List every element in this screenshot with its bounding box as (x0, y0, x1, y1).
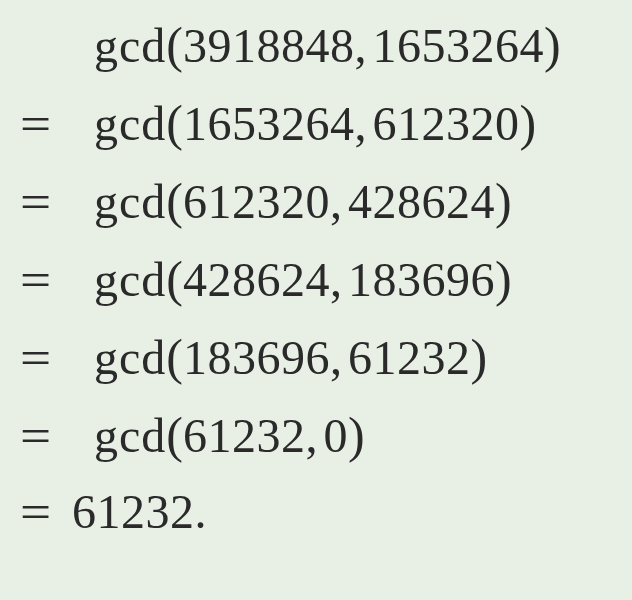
eq-col: = (20, 334, 94, 382)
comma: , (354, 22, 366, 70)
fn-name: gcd (94, 100, 166, 148)
equals-sign: = (20, 178, 49, 226)
eq-col-blank (20, 22, 94, 70)
close-paren: ) (470, 332, 487, 382)
arg-b: 183696 (348, 256, 495, 304)
open-paren: ( (166, 20, 183, 70)
close-paren: ) (544, 20, 561, 70)
eq-col: = (20, 178, 94, 226)
gcd-line-4: = gcd ( 183696 , 61232 ) (20, 332, 612, 382)
fn-name: gcd (94, 178, 166, 226)
arg-a: 183696 (183, 334, 330, 382)
gcd-line-1: = gcd ( 1653264 , 612320 ) (20, 98, 612, 148)
open-paren: ( (166, 332, 183, 382)
arg-a: 428624 (183, 256, 330, 304)
equals-sign: = (20, 256, 49, 304)
comma: , (305, 412, 317, 460)
arg-a: 3918848 (183, 22, 355, 70)
arg-b: 61232 (348, 334, 471, 382)
gcd-line-3: = gcd ( 428624 , 183696 ) (20, 254, 612, 304)
open-paren: ( (166, 254, 183, 304)
gcd-result-line: = 61232 . (20, 488, 612, 536)
equals-sign: = (20, 488, 49, 536)
comma: , (330, 178, 342, 226)
period: . (195, 488, 207, 536)
result-value: 61232 (72, 488, 195, 536)
gcd-line-0: gcd ( 3918848 , 1653264 ) (20, 20, 612, 70)
fn-name: gcd (94, 412, 166, 460)
fn-name: gcd (94, 22, 166, 70)
eq-col: = (20, 256, 94, 304)
gcd-line-5: = gcd ( 61232 , 0 ) (20, 410, 612, 460)
eq-col: = (20, 100, 94, 148)
open-paren: ( (166, 410, 183, 460)
arg-a: 1653264 (183, 100, 355, 148)
close-paren: ) (348, 410, 365, 460)
arg-a: 612320 (183, 178, 330, 226)
comma: , (354, 100, 366, 148)
equals-sign: = (20, 412, 49, 460)
arg-b: 0 (323, 412, 348, 460)
eq-col: = (20, 412, 94, 460)
equals-sign: = (20, 334, 49, 382)
fn-name: gcd (94, 256, 166, 304)
close-paren: ) (519, 98, 536, 148)
arg-b: 428624 (348, 178, 495, 226)
equals-sign: = (20, 100, 49, 148)
arg-b: 612320 (372, 100, 519, 148)
gcd-derivation: gcd ( 3918848 , 1653264 ) = gcd ( 165326… (0, 0, 632, 556)
open-paren: ( (166, 176, 183, 226)
close-paren: ) (495, 176, 512, 226)
close-paren: ) (495, 254, 512, 304)
comma: , (330, 256, 342, 304)
comma: , (330, 334, 342, 382)
arg-b: 1653264 (372, 22, 544, 70)
arg-a: 61232 (183, 412, 306, 460)
eq-col: = (20, 488, 72, 536)
fn-name: gcd (94, 334, 166, 382)
open-paren: ( (166, 98, 183, 148)
gcd-line-2: = gcd ( 612320 , 428624 ) (20, 176, 612, 226)
